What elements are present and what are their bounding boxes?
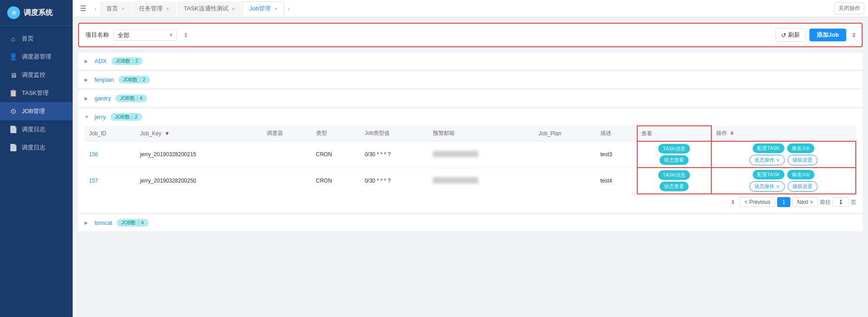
logo-icon: ✳	[7, 6, 20, 19]
user-icon: 👤	[9, 53, 17, 61]
sidebar-item-home[interactable]: ⌂ 首页	[0, 30, 73, 48]
add-job-button[interactable]: 添加Job	[809, 29, 846, 41]
cascade-set-btn-157[interactable]: 级联设置	[788, 181, 818, 192]
sidebar-nav: ⌂ 首页 👤 调度器管理 🖥 调度监控 📋 TASK管理 ⊙ JOB管理 📄 调…	[0, 26, 73, 317]
page-goto: 前往 页	[820, 198, 856, 207]
group-adx-header[interactable]: ▶ ADX JOB数：2	[78, 53, 863, 69]
cell-ops-156: 配置TASK 修改Job 状态操作 ∨ 级联设置	[711, 141, 856, 168]
cell-scheduler-157	[262, 168, 312, 194]
view-cell-156: TASK信息 状态查看	[640, 144, 708, 165]
page-1-button[interactable]: 1	[777, 197, 790, 207]
task-info-btn-156[interactable]: TASK信息	[658, 144, 690, 154]
th-view: 查看	[637, 126, 711, 141]
tabbar: ☰ ‹ 首页 × 任务管理 × TASK连通性测试 × Job管理 × › 关闭…	[73, 0, 868, 17]
annotation-2: 2	[853, 32, 855, 38]
status-ops-btn-156[interactable]: 状态操作 ∨	[749, 155, 785, 165]
tab-prev-icon[interactable]: ‹	[92, 3, 99, 14]
group-adx-count: JOB数：2	[111, 57, 143, 65]
sidebar-item-home-label: 首页	[22, 35, 34, 43]
cell-job-type-val-157: 0/30 * * * ?	[360, 168, 428, 194]
group-tomcat-arrow-icon: ▶	[84, 220, 90, 225]
tab-task-test-close[interactable]: ×	[232, 6, 235, 11]
cell-view-156: TASK信息 状态查看	[637, 141, 711, 168]
group-adx-arrow-icon: ▶	[84, 59, 90, 64]
group-fenpian-header[interactable]: ▶ fenpian JOB数：2	[78, 71, 863, 88]
group-fenpian-name: fenpian	[94, 76, 114, 83]
tab-home-label: 首页	[106, 5, 118, 13]
group-gantry-arrow-icon: ▶	[84, 96, 90, 101]
sidebar-item-monitor[interactable]: 🖥 调度监控	[0, 66, 73, 84]
tab-task-mgmt[interactable]: 任务管理 ×	[132, 1, 176, 16]
status-view-btn-156[interactable]: 状态查看	[660, 155, 689, 165]
group-jerry-count: JOB数：2	[110, 113, 142, 121]
jerry-table: Job_ID Job_Key ▼ 调度器 类型 Job类型值 预警邮箱 Job_…	[84, 125, 856, 194]
table-header-row: Job_ID Job_Key ▼ 调度器 类型 Job类型值 预警邮箱 Job_…	[84, 126, 856, 141]
cell-type-156: CRON	[312, 141, 360, 168]
action-row2-157: 状态操作 ∨ 级联设置	[749, 181, 818, 192]
group-tomcat: ▶ tomcat JOB数：4	[78, 214, 863, 231]
th-scheduler: 调度器	[262, 126, 312, 141]
email-blur-157	[433, 177, 478, 183]
sidebar-item-scheduler-label: 调度器管理	[22, 53, 51, 61]
cell-desc-156: test3	[596, 141, 637, 168]
config-task-btn-156[interactable]: 配置TASK	[753, 144, 784, 153]
email-blur-156	[433, 151, 478, 157]
tab-home-close[interactable]: ×	[122, 6, 124, 11]
sidebar-item-job[interactable]: ⊙ JOB管理	[0, 102, 73, 120]
tab-task-test-label: TASK连通性测试	[184, 5, 228, 13]
modify-job-btn-156[interactable]: 修改Job	[787, 144, 814, 153]
sidebar-item-task-label: TASK管理	[22, 89, 49, 97]
group-gantry-header[interactable]: ▶ gantry JOB数：4	[78, 90, 863, 107]
filter-icon[interactable]: ▼	[164, 130, 170, 137]
group-gantry-name: gantry	[94, 95, 111, 102]
close-ops-button[interactable]: 关闭操作	[834, 2, 864, 15]
tab-task-mgmt-close[interactable]: ×	[166, 6, 169, 11]
group-jerry-header[interactable]: ▼ jerry JOB数：2	[78, 109, 863, 125]
refresh-button[interactable]: ↺ 刷新	[775, 28, 806, 42]
th-email: 预警邮箱	[428, 126, 534, 141]
tab-job-mgmt-label: Job管理	[249, 5, 271, 13]
th-desc: 描述	[596, 126, 637, 141]
page-input[interactable]	[833, 198, 849, 207]
filter-select-wrap: 全部 ADX fenpian gantry jerry tomcat ▼	[114, 30, 177, 41]
tab-job-mgmt-close[interactable]: ×	[274, 6, 277, 11]
menu-toggle-icon[interactable]: ☰	[76, 2, 90, 15]
group-jerry-arrow-icon: ▼	[84, 114, 90, 119]
action-cell-156: 配置TASK 修改Job 状态操作 ∨ 级联设置	[714, 144, 853, 165]
tab-home[interactable]: 首页 ×	[99, 1, 131, 16]
cell-job-plan-157	[534, 168, 596, 194]
th-type: 类型	[312, 126, 360, 141]
action-row2-156: 状态操作 ∨ 级联设置	[749, 155, 818, 165]
modify-job-btn-157[interactable]: 修改Job	[787, 170, 814, 179]
table-row: 156 jerry_20190328200215 CRON 0/30 * * *…	[84, 141, 856, 168]
config-task-btn-157[interactable]: 配置TASK	[753, 170, 784, 179]
tab-job-mgmt[interactable]: Job管理 ×	[243, 1, 284, 16]
previous-button[interactable]: < Previous	[739, 197, 775, 207]
task-icon: 📋	[9, 89, 17, 97]
cell-job-id-157: 157	[84, 168, 136, 194]
filter-bar: 项目名称 全部 ADX fenpian gantry jerry tomcat …	[78, 23, 863, 47]
sidebar: ✳ 调度系统 ⌂ 首页 👤 调度器管理 🖥 调度监控 📋 TASK管理 ⊙ JO…	[0, 0, 73, 317]
status-ops-btn-157[interactable]: 状态操作 ∨	[749, 181, 785, 192]
sidebar-item-scheduler[interactable]: 👤 调度器管理	[0, 48, 73, 66]
page-unit-label: 页	[851, 198, 856, 206]
sidebar-item-log2[interactable]: 📄 调度日志	[0, 139, 73, 157]
sidebar-item-log1[interactable]: 📄 调度日志	[0, 120, 73, 139]
cascade-set-btn-156[interactable]: 级联设置	[788, 155, 818, 165]
main-area: ☰ ‹ 首页 × 任务管理 × TASK连通性测试 × Job管理 × › 关闭…	[73, 0, 868, 317]
group-adx-name: ADX	[94, 58, 107, 64]
group-adx: ▶ ADX JOB数：2	[78, 53, 863, 69]
cell-job-key-156: jerry_20190328200215	[136, 141, 262, 168]
task-info-btn-157[interactable]: TASK信息	[658, 170, 690, 180]
next-button[interactable]: Next >	[792, 197, 818, 207]
pagination: 3 < Previous 1 Next > 前往 页	[84, 194, 856, 208]
project-select[interactable]: 全部 ADX fenpian gantry jerry tomcat	[114, 30, 177, 41]
group-gantry-count: JOB数：4	[115, 94, 147, 102]
status-view-btn-157[interactable]: 状态查看	[660, 182, 689, 191]
tab-next-icon[interactable]: ›	[285, 3, 293, 14]
tab-task-test[interactable]: TASK连通性测试 ×	[177, 1, 242, 16]
sidebar-item-task[interactable]: 📋 TASK管理	[0, 84, 73, 102]
filter-actions: ↺ 刷新 添加Job 2	[775, 28, 855, 42]
group-tomcat-header[interactable]: ▶ tomcat JOB数：4	[78, 214, 863, 231]
cell-email-157	[428, 168, 534, 194]
